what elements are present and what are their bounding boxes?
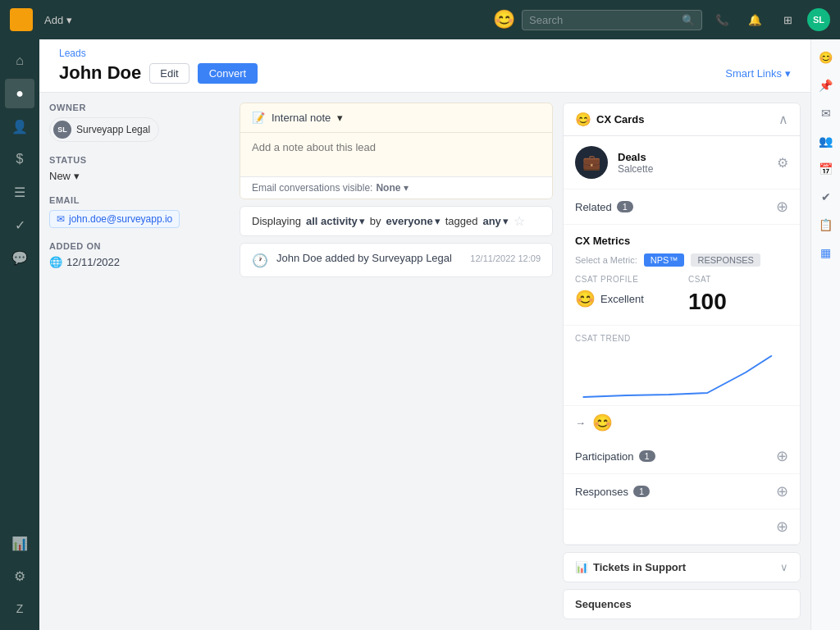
cx-metrics-section: CX Metrics Select a Metric: NPS™ RESPONS… <box>564 225 800 326</box>
note-textarea[interactable] <box>252 141 541 166</box>
related-add-icon[interactable]: ⊕ <box>776 198 788 216</box>
email-visibility-value: None <box>376 182 400 194</box>
excellent-smiley-icon: 😊 <box>575 289 596 308</box>
sidebar-item-messages[interactable]: 💬 <box>5 243 34 272</box>
deal-name: Deals <box>618 151 767 163</box>
left-panel: Owner SL Surveyapp Legal Status New ▾ Em… <box>49 103 230 620</box>
bell-icon-button[interactable]: 🔔 <box>742 7 768 33</box>
deal-subtitle: Salcette <box>618 163 767 175</box>
chevron-down-icon: ▾ <box>503 215 509 227</box>
star-button[interactable]: ☆ <box>514 213 525 229</box>
sidebar-item-settings[interactable]: ⚙ <box>5 561 34 591</box>
more-add-icon[interactable]: ⊕ <box>776 518 788 536</box>
edit-button[interactable]: Edit <box>149 63 189 84</box>
avatar-emoji-icon[interactable]: 😊 <box>493 9 515 30</box>
filter-any-dropdown[interactable]: any ▾ <box>482 215 508 227</box>
chevron-down-icon[interactable]: ▾ <box>337 112 343 124</box>
chevron-down-icon: ▾ <box>435 215 441 227</box>
left-sidebar: ⌂ ● 👤 $ ☰ ✓ 💬 📊 ⚙ Z <box>0 39 39 630</box>
deal-info: Deals Salcette <box>618 151 767 175</box>
sidebar-item-home[interactable]: ⌂ <box>5 46 34 75</box>
sidebar-item-profile[interactable]: 👤 <box>5 112 34 141</box>
csat-history-section: → 😊 <box>564 405 800 439</box>
search-input[interactable] <box>529 14 677 26</box>
right-clipboard-icon[interactable]: 📋 <box>815 213 838 236</box>
phone-icon-button[interactable]: 📞 <box>709 7 735 33</box>
responses-metric-tag[interactable]: RESPONSES <box>691 253 760 267</box>
sidebar-item-sales[interactable]: $ <box>5 144 34 174</box>
history-arrow-icon: → <box>575 417 586 429</box>
csat-trend-chart <box>575 348 788 405</box>
nps-metric-tag[interactable]: NPS™ <box>644 253 685 267</box>
content-area: Leads John Doe Edit Convert Smart Links … <box>39 39 810 630</box>
note-icon: 📝 <box>252 112 265 124</box>
note-box: 📝 Internal note ▾ Email conversations vi… <box>240 103 553 199</box>
tickets-icon: 📊 <box>575 561 588 573</box>
added-on-field: Added on 🌐 12/11/2022 <box>49 241 230 268</box>
responses-section-row[interactable]: Responses 1 ⊕ <box>564 474 800 509</box>
sidebar-item-list[interactable]: ☰ <box>5 177 34 207</box>
csat-score: 100 <box>688 289 788 315</box>
right-cx-icon[interactable]: 😊 <box>815 46 838 69</box>
right-people-icon[interactable]: 👥 <box>815 130 838 153</box>
note-textarea-wrap <box>240 133 552 176</box>
add-button[interactable]: Add ▾ <box>39 11 77 30</box>
sidebar-item-leads[interactable]: ● <box>5 79 34 108</box>
sidebar-item-zendesk[interactable]: Z <box>5 594 34 623</box>
activity-text: John Doe added by Surveyapp Legal <box>276 252 462 264</box>
owner-field: Owner SL Surveyapp Legal <box>49 103 230 142</box>
globe-icon: 🌐 <box>49 256 62 268</box>
participation-add-icon[interactable]: ⊕ <box>776 447 788 465</box>
email-field: Email ✉ john.doe@surveyapp.io <box>49 195 230 228</box>
owner-chip[interactable]: SL Surveyapp Legal <box>49 117 159 142</box>
right-sidebar: 😊 📌 ✉ 👥 📅 ✔ 📋 ▦ <box>810 39 840 630</box>
collapse-tickets-icon[interactable]: ∨ <box>780 561 788 573</box>
collapse-cx-button[interactable]: ∧ <box>778 112 788 127</box>
added-on-label: Added on <box>49 241 230 251</box>
page-title: John Doe <box>59 62 141 84</box>
participation-section-row[interactable]: Participation 1 ⊕ <box>564 439 800 474</box>
right-calendar-icon[interactable]: 📅 <box>815 158 838 180</box>
filter-person-dropdown[interactable]: everyone ▾ <box>386 215 441 227</box>
middle-panel: 📝 Internal note ▾ Email conversations vi… <box>240 103 553 620</box>
related-section-row[interactable]: Related 1 ⊕ <box>564 189 800 225</box>
activity-clock-icon: 🕐 <box>252 253 268 268</box>
chevron-down-icon: ▾ <box>74 170 80 182</box>
deal-settings-icon[interactable]: ⚙ <box>777 155 788 171</box>
csat-trend-section: CSAT TREND <box>564 326 800 405</box>
more-section-row[interactable]: ⊕ <box>564 509 800 545</box>
dropdown-icon[interactable]: ▾ <box>404 182 409 194</box>
right-pin-icon[interactable]: 📌 <box>815 74 838 97</box>
grid-icon-button[interactable]: ⊞ <box>774 7 801 33</box>
page-header: Leads John Doe Edit Convert Smart Links … <box>39 39 810 93</box>
filter-bar: Displaying all activity ▾ by everyone ▾ … <box>240 206 553 236</box>
filter-activity-dropdown[interactable]: all activity ▾ <box>306 215 365 227</box>
activity-list: 🕐 John Doe added by Surveyapp Legal 12/1… <box>240 243 553 620</box>
convert-button[interactable]: Convert <box>198 63 258 84</box>
right-send-icon[interactable]: ✉ <box>815 102 838 125</box>
envelope-icon: ✉ <box>57 213 65 225</box>
filter-tagged-text: tagged <box>445 215 478 227</box>
metrics-row: CSAT PROFILE 😊 Excellent CSAT 100 <box>575 275 788 315</box>
note-header: 📝 Internal note ▾ <box>240 103 552 133</box>
filter-by-text: by <box>370 215 381 227</box>
history-smiley-icon: 😊 <box>592 413 613 432</box>
main-layout: ⌂ ● 👤 $ ☰ ✓ 💬 📊 ⚙ Z Leads John Doe Edit … <box>0 39 840 630</box>
csat-score-col: CSAT 100 <box>688 275 788 315</box>
right-check-icon[interactable]: ✔ <box>815 185 838 208</box>
responses-add-icon[interactable]: ⊕ <box>776 482 788 500</box>
breadcrumb[interactable]: Leads <box>59 48 791 59</box>
sidebar-item-tasks[interactable]: ✓ <box>5 210 34 240</box>
right-grid-icon[interactable]: ▦ <box>815 241 838 264</box>
user-avatar[interactable]: SL <box>807 8 830 31</box>
note-header-text: Internal note <box>272 112 331 124</box>
smart-links-button[interactable]: Smart Links ▾ <box>725 67 791 80</box>
status-value[interactable]: New ▾ <box>49 170 80 182</box>
activity-item: 🕐 John Doe added by Surveyapp Legal 12/1… <box>240 243 553 277</box>
sidebar-item-reports[interactable]: 📊 <box>5 528 34 558</box>
status-field: Status New ▾ <box>49 155 230 182</box>
participation-badge: 1 <box>639 450 655 462</box>
sequences-section: Sequences <box>563 589 801 619</box>
email-link[interactable]: ✉ john.doe@surveyapp.io <box>49 210 180 228</box>
csat-profile-value: 😊 Excellent <box>575 289 675 308</box>
